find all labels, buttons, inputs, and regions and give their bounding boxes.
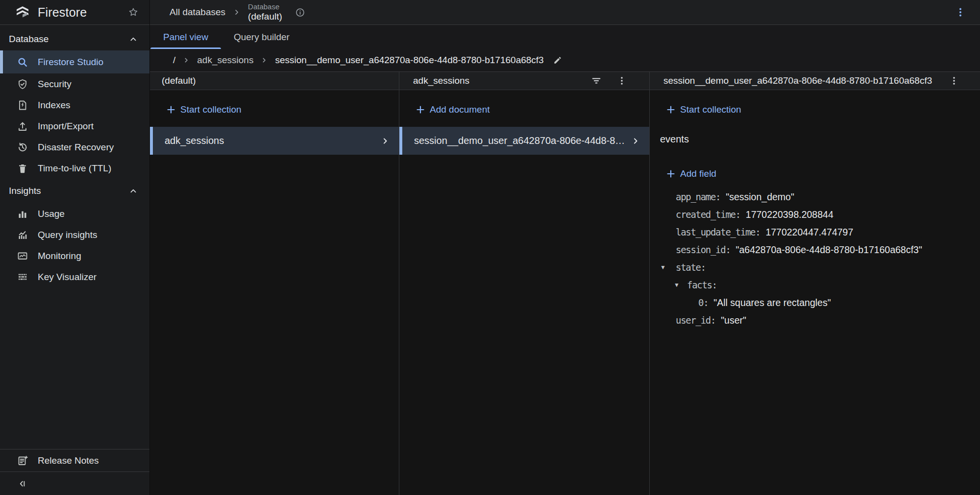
all-databases-link[interactable]: All databases: [170, 7, 225, 18]
database-panel: (default) Start collection adk_sessions: [150, 72, 399, 495]
chevron-right-icon: [626, 136, 640, 146]
edit-pencil-icon[interactable]: [553, 55, 563, 65]
database-panel-title: (default): [162, 75, 196, 86]
sidebar-item-label: Firestore Studio: [38, 57, 103, 68]
database-name: (default): [248, 11, 282, 22]
sidebar-item-label: Disaster Recovery: [38, 142, 114, 153]
document-panel-body: Start collection events Add field app_na…: [650, 90, 980, 495]
main-area: All databases Database (default) Panel v…: [150, 0, 980, 495]
database-label: Database: [248, 3, 282, 11]
database-panel-body: Start collection adk_sessions: [150, 90, 399, 495]
firestore-app: Firestore Database Firestore Studio: [0, 0, 980, 495]
plus-icon: [666, 105, 676, 115]
collapse-triangle-icon[interactable]: ▼: [674, 282, 687, 288]
sidebar-item-label: Import/Export: [38, 121, 94, 132]
document-fields: app_name: "session_demo" created_time: 1…: [650, 188, 980, 329]
field-key: state:: [676, 262, 706, 273]
release-notes-icon: [17, 455, 28, 467]
collection-panel-title: adk_sessions: [413, 75, 469, 86]
sidebar-item-ttl[interactable]: Time-to-live (TTL): [0, 158, 149, 179]
start-collection-button[interactable]: Start collection: [650, 100, 980, 119]
field-row-session-id: session_id: "a642870a-806e-44d8-8780-b17…: [650, 241, 980, 259]
release-notes-button[interactable]: Release Notes: [0, 449, 149, 471]
star-icon[interactable]: [128, 7, 139, 18]
start-collection-label: Start collection: [680, 104, 741, 115]
shield-check-icon: [17, 78, 28, 90]
sidebar-header: Firestore: [0, 0, 149, 25]
firestore-logo-icon: [15, 4, 30, 20]
collection-row-label: adk_sessions: [165, 135, 224, 146]
sidebar-item-label: Monitoring: [38, 251, 81, 261]
info-icon[interactable]: [295, 7, 305, 18]
collection-panel: adk_sessions Add document: [399, 72, 650, 495]
database-selector[interactable]: Database (default): [248, 3, 282, 22]
panel-view: (default) Start collection adk_sessions: [150, 72, 980, 495]
sidebar-section-insights[interactable]: Insights: [0, 179, 149, 203]
collapse-triangle-icon[interactable]: ▼: [660, 264, 676, 271]
sidebar-item-indexes[interactable]: Indexes: [0, 94, 149, 116]
breadcrumb-root[interactable]: /: [173, 55, 175, 66]
sidebar-item-monitoring[interactable]: Monitoring: [0, 245, 149, 266]
field-key: facts:: [687, 280, 717, 290]
sidebar-item-label: Security: [38, 79, 72, 90]
history-clock-icon: [17, 141, 28, 153]
sidebar-item-key-visualizer[interactable]: Key Visualizer: [0, 266, 149, 287]
field-row-facts-0: 0: "All squares are rectangles": [650, 294, 980, 311]
release-notes-label: Release Notes: [38, 455, 99, 466]
sidebar-item-import-export[interactable]: Import/Export: [0, 116, 149, 137]
chevron-right-icon: [260, 56, 268, 64]
sidebar-item-firestore-studio[interactable]: Firestore Studio: [0, 50, 149, 73]
document-panel-title: session__demo_user_a642870a-806e-44d8-87…: [663, 75, 932, 86]
sidebar-item-label: Indexes: [38, 100, 71, 111]
sidebar-item-label: Time-to-live (TTL): [38, 163, 111, 174]
search-icon: [17, 56, 28, 68]
trend-chart-icon: [17, 229, 28, 241]
add-document-button[interactable]: Add document: [399, 100, 649, 119]
bar-chart-icon: [17, 208, 28, 220]
chevron-up-icon: [128, 186, 139, 196]
add-field-button[interactable]: Add field: [650, 164, 980, 184]
sidebar-footer: Release Notes: [0, 449, 149, 495]
collection-row-adk-sessions[interactable]: adk_sessions: [150, 127, 399, 155]
collapse-sidebar-icon: [17, 478, 27, 489]
field-value: "All squares are rectangles": [713, 297, 831, 308]
section-label: Database: [9, 34, 49, 45]
more-options-icon[interactable]: [955, 6, 966, 18]
sidebar-item-security[interactable]: Security: [0, 73, 149, 94]
sidebar-item-disaster-recovery[interactable]: Disaster Recovery: [0, 137, 149, 158]
breadcrumb-document: session__demo_user_a642870a-806e-44d8-87…: [275, 55, 543, 66]
field-value: "a642870a-806e-44d8-8780-b17160a68cf3": [736, 244, 922, 256]
more-options-icon[interactable]: [616, 75, 627, 86]
breadcrumb: / adk_sessions session__demo_user_a64287…: [150, 49, 980, 72]
field-value: 1770220398.208844: [746, 209, 833, 220]
document-row-session[interactable]: session__demo_user_a642870a-806e-44d8-87…: [399, 127, 649, 155]
collection-panel-body: Add document session__demo_user_a642870a…: [399, 90, 649, 495]
sidebar-item-usage[interactable]: Usage: [0, 203, 149, 224]
sidebar-section-database[interactable]: Database: [0, 28, 149, 50]
view-tabs: Panel view Query builder: [150, 25, 980, 49]
more-options-icon[interactable]: [949, 75, 959, 86]
collapse-sidebar-button[interactable]: [0, 471, 149, 495]
field-row-user-id: user_id: "user": [650, 311, 980, 329]
field-row-app-name: app_name: "session_demo": [650, 188, 980, 206]
heatmap-grid-icon: [17, 271, 28, 283]
field-key: app_name:: [676, 191, 720, 202]
subcollection-row-events[interactable]: events: [650, 128, 980, 150]
topbar: All databases Database (default): [150, 0, 980, 25]
trash-icon: [17, 163, 28, 174]
tab-panel-view[interactable]: Panel view: [150, 25, 221, 49]
breadcrumb-collection[interactable]: adk_sessions: [197, 55, 253, 66]
sidebar-item-query-insights[interactable]: Query insights: [0, 224, 149, 245]
upload-icon: [17, 120, 28, 132]
document-panel: session__demo_user_a642870a-806e-44d8-87…: [650, 72, 980, 495]
start-collection-label: Start collection: [180, 104, 242, 115]
start-collection-button[interactable]: Start collection: [150, 100, 399, 119]
field-value: "user": [721, 315, 746, 326]
document-bolt-icon: [17, 99, 28, 111]
tab-query-builder[interactable]: Query builder: [221, 25, 302, 49]
app-title: Firestore: [38, 5, 87, 20]
plus-icon: [666, 169, 676, 179]
field-row-created-time: created_time: 1770220398.208844: [650, 206, 980, 223]
field-key: last_update_time:: [676, 227, 760, 237]
filter-icon[interactable]: [591, 75, 602, 86]
